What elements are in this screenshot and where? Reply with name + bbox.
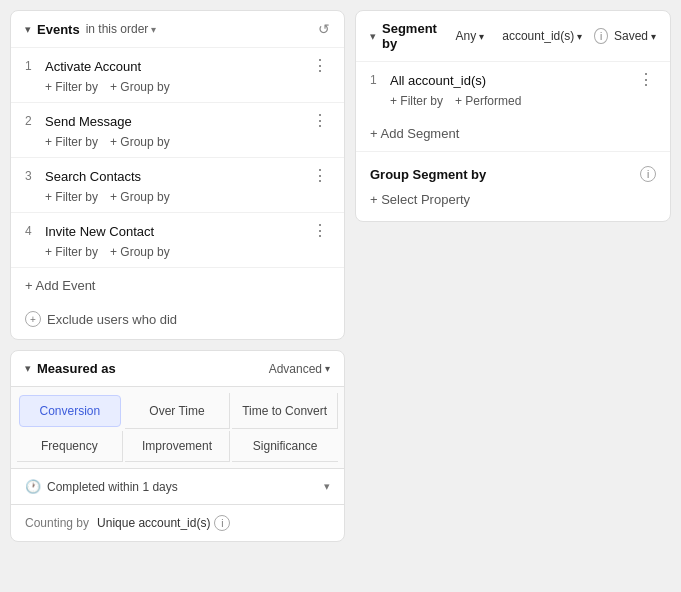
badge-chevron-icon: ▾ [151,24,156,35]
group-by-2[interactable]: + Group by [110,135,170,149]
events-header: ▾ Events in this order ▾ ↺ [11,11,344,48]
tab-conversion[interactable]: Conversion [19,395,121,427]
group-by-4[interactable]: + Group by [110,245,170,259]
chevron-any-icon: ▾ [479,31,484,42]
filter-by-2[interactable]: + Filter by [45,135,98,149]
saved-button[interactable]: Saved ▾ [614,29,656,43]
group-by-1[interactable]: + Group by [110,80,170,94]
select-property-btn[interactable]: + Select Property [370,192,470,207]
event-name-3: Search Contacts [45,169,302,184]
info-icon-group-segment[interactable]: i [640,166,656,182]
measured-as-card: ▾ Measured as Advanced ▾ Conversion Over… [10,350,345,542]
seg-filter-by-1[interactable]: + Filter by [390,94,443,108]
refresh-icon[interactable]: ↺ [318,21,330,37]
chevron-account-icon: ▾ [577,31,582,42]
chevron-saved-icon: ▾ [651,31,656,42]
chevron-down-icon-completed: ▾ [324,480,330,493]
event-item-3: 3 Search Contacts ⋮ + Filter by + Group … [11,158,344,213]
account-id-dropdown[interactable]: account_id(s) ▾ [496,27,588,45]
info-icon-counting[interactable]: i [214,515,230,531]
left-panel: ▾ Events in this order ▾ ↺ 1 Activate Ac… [10,10,345,582]
clock-icon: 🕐 [25,479,41,494]
events-title: Events [37,22,80,37]
filter-by-3[interactable]: + Filter by [45,190,98,204]
event-menu-btn-2[interactable]: ⋮ [310,113,330,129]
event-menu-btn-3[interactable]: ⋮ [310,168,330,184]
event-item-1: 1 Activate Account ⋮ + Filter by + Group… [11,48,344,103]
event-name-2: Send Message [45,114,302,129]
segment-item-1: 1 All account_id(s) ⋮ + Filter by + Perf… [356,61,670,116]
tab-over-time[interactable]: Over Time [125,393,231,429]
seg-name-1: All account_id(s) [390,73,628,88]
any-dropdown[interactable]: Any ▾ [450,27,491,45]
group-segment-title: Group Segment by [370,167,486,182]
events-card: ▾ Events in this order ▾ ↺ 1 Activate Ac… [10,10,345,340]
chevron-down-icon-seg: ▾ [370,30,376,43]
counting-by-row: Counting by Unique account_id(s) i [11,504,344,541]
event-menu-btn-1[interactable]: ⋮ [310,58,330,74]
event-number-3: 3 [25,169,37,183]
right-panel: ▾ Segment by Any ▾ account_id(s) ▾ i Sav… [355,10,671,582]
advanced-button[interactable]: Advanced ▾ [269,362,330,376]
add-segment-button[interactable]: + Add Segment [356,116,670,151]
event-number-1: 1 [25,59,37,73]
segment-card: ▾ Segment by Any ▾ account_id(s) ▾ i Sav… [355,10,671,222]
measured-header: ▾ Measured as Advanced ▾ [11,351,344,386]
exclude-users-row[interactable]: + Exclude users who did [11,303,344,339]
tab-improvement[interactable]: Improvement [125,431,231,462]
circle-plus-icon: + [25,311,41,327]
tab-time-to-convert[interactable]: Time to Convert [232,393,338,429]
chevron-down-icon-measured: ▾ [25,362,31,375]
add-event-button[interactable]: + Add Event [11,268,344,303]
seg-number-1: 1 [370,73,382,87]
info-icon-segment[interactable]: i [594,28,608,44]
segment-header: ▾ Segment by Any ▾ account_id(s) ▾ i Sav… [356,11,670,61]
event-number-4: 4 [25,224,37,238]
tab-significance[interactable]: Significance [232,431,338,462]
group-by-3[interactable]: + Group by [110,190,170,204]
seg-performed-1[interactable]: + Performed [455,94,521,108]
seg-menu-btn-1[interactable]: ⋮ [636,72,656,88]
event-name-1: Activate Account [45,59,302,74]
measured-title: Measured as [37,361,116,376]
group-segment-section: Group Segment by i + Select Property [356,151,670,221]
events-badge[interactable]: in this order ▾ [86,22,157,36]
event-item-2: 2 Send Message ⋮ + Filter by + Group by [11,103,344,158]
filter-by-1[interactable]: + Filter by [45,80,98,94]
completed-within-row[interactable]: 🕐 Completed within 1 days ▾ [11,468,344,504]
filter-by-4[interactable]: + Filter by [45,245,98,259]
event-item-4: 4 Invite New Contact ⋮ + Filter by + Gro… [11,213,344,268]
tabs-row-1: Conversion Over Time Time to Convert Fre… [11,386,344,468]
event-menu-btn-4[interactable]: ⋮ [310,223,330,239]
event-number-2: 2 [25,114,37,128]
chevron-down-icon-advanced: ▾ [325,363,330,374]
event-name-4: Invite New Contact [45,224,302,239]
chevron-down-icon: ▾ [25,23,31,36]
tab-frequency[interactable]: Frequency [17,431,123,462]
